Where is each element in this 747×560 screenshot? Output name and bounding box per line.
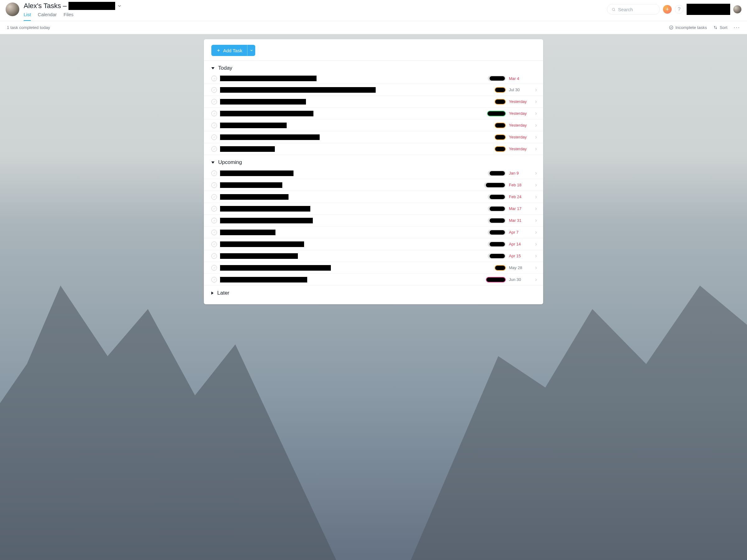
task-row[interactable]: Yesterday›	[204, 119, 543, 131]
user-avatar[interactable]	[733, 5, 741, 14]
filter-incomplete[interactable]: Incomplete tasks	[669, 25, 707, 30]
due-date: Yesterday	[509, 135, 531, 139]
task-row[interactable]: Mar 31›	[204, 215, 543, 226]
chevron-right-icon[interactable]: ›	[534, 193, 538, 200]
chevron-right-icon[interactable]: ›	[534, 86, 538, 93]
chevron-right-icon[interactable]: ›	[534, 122, 538, 129]
project-tag[interactable]	[486, 277, 506, 283]
task-row[interactable]: Yesterday›	[204, 143, 543, 155]
project-tag[interactable]	[495, 146, 506, 152]
task-row[interactable]: Mar 4	[204, 73, 543, 84]
chevron-right-icon[interactable]: ›	[534, 229, 538, 236]
add-task-button[interactable]: Add Task	[211, 45, 247, 56]
search-icon	[612, 7, 616, 12]
complete-checkbox[interactable]	[211, 76, 217, 81]
chevron-right-icon[interactable]: ›	[534, 264, 538, 271]
task-row[interactable]: Apr 7›	[204, 226, 543, 238]
project-tag[interactable]	[488, 194, 506, 200]
complete-checkbox[interactable]	[211, 182, 217, 188]
chevron-right-icon[interactable]: ›	[534, 170, 538, 177]
task-row[interactable]: Apr 15›	[204, 250, 543, 262]
add-task-dropdown[interactable]	[247, 45, 255, 56]
due-date: Feb 18	[509, 183, 531, 187]
triangle-down-icon	[211, 67, 214, 70]
complete-checkbox[interactable]	[211, 134, 217, 140]
project-tag[interactable]	[488, 230, 506, 235]
search-input[interactable]	[618, 7, 655, 12]
task-row[interactable]: Yesterday›	[204, 108, 543, 119]
project-tag[interactable]	[487, 111, 506, 116]
task-row[interactable]: Yesterday›	[204, 96, 543, 108]
chevron-right-icon[interactable]: ›	[534, 182, 538, 188]
chevron-right-icon[interactable]: ›	[534, 110, 538, 117]
help-button[interactable]: ?	[675, 5, 684, 14]
complete-checkbox[interactable]	[211, 277, 217, 283]
chevron-right-icon[interactable]: ›	[534, 145, 538, 152]
task-row[interactable]: Jun 30›	[204, 274, 543, 286]
task-name-redacted	[220, 76, 316, 81]
complete-checkbox[interactable]	[211, 218, 217, 223]
task-row[interactable]: Apr 14›	[204, 238, 543, 250]
chevron-right-icon[interactable]: ›	[534, 276, 538, 283]
project-tag[interactable]	[488, 170, 506, 176]
project-tag[interactable]	[495, 134, 506, 140]
task-row[interactable]: Mar 17›	[204, 203, 543, 215]
complete-checkbox[interactable]	[211, 265, 217, 271]
complete-checkbox[interactable]	[211, 123, 217, 128]
chevron-right-icon[interactable]: ›	[534, 98, 538, 105]
task-name-redacted	[220, 123, 287, 128]
tab-calendar[interactable]: Calendar	[38, 12, 57, 21]
project-tag[interactable]	[484, 182, 506, 188]
chevron-down-icon[interactable]	[117, 3, 122, 8]
task-row[interactable]: May 28›	[204, 262, 543, 274]
complete-checkbox[interactable]	[211, 230, 217, 235]
project-tag[interactable]	[488, 76, 506, 81]
complete-checkbox[interactable]	[211, 87, 217, 93]
chevron-right-icon[interactable]: ›	[534, 252, 538, 259]
project-tag[interactable]	[495, 265, 506, 271]
quick-add-button[interactable]: +	[663, 5, 672, 14]
check-icon	[213, 148, 216, 150]
plus-icon	[216, 48, 221, 53]
chevron-right-icon[interactable]: ›	[534, 241, 538, 247]
section-header[interactable]: Upcoming	[204, 155, 543, 167]
task-row[interactable]: Feb 24›	[204, 191, 543, 203]
project-tag[interactable]	[488, 206, 506, 212]
project-tag[interactable]	[488, 241, 506, 247]
workspace-avatar[interactable]	[6, 2, 19, 16]
due-date: Apr 15	[509, 254, 531, 258]
task-row[interactable]: Feb 18›	[204, 179, 543, 191]
due-date: Mar 17	[509, 206, 531, 211]
task-name-redacted	[220, 218, 313, 223]
chevron-right-icon[interactable]: ›	[534, 217, 538, 224]
project-title[interactable]: Alex's Tasks –	[24, 2, 602, 10]
project-tag[interactable]	[495, 87, 506, 93]
search-box[interactable]	[607, 4, 660, 15]
complete-checkbox[interactable]	[211, 206, 217, 212]
chevron-right-icon[interactable]: ›	[534, 205, 538, 212]
sort-button[interactable]: Sort	[713, 25, 727, 30]
complete-checkbox[interactable]	[211, 170, 217, 176]
complete-checkbox[interactable]	[211, 111, 217, 116]
task-row[interactable]: Yesterday›	[204, 131, 543, 143]
section-header[interactable]: Later	[204, 286, 543, 298]
project-tag[interactable]	[495, 123, 506, 128]
complete-checkbox[interactable]	[211, 253, 217, 259]
complete-checkbox[interactable]	[211, 241, 217, 247]
check-icon	[213, 195, 216, 198]
complete-checkbox[interactable]	[211, 194, 217, 200]
task-body: TodayMar 4Jul 30›Yesterday›Yesterday›Yes…	[204, 60, 543, 298]
tab-list[interactable]: List	[24, 12, 31, 21]
more-actions-button[interactable]: ···	[733, 24, 740, 31]
task-row[interactable]: Jul 30›	[204, 84, 543, 96]
task-row[interactable]: Jan 9›	[204, 167, 543, 179]
tab-files[interactable]: Files	[63, 12, 74, 21]
complete-checkbox[interactable]	[211, 146, 217, 152]
section-header[interactable]: Today	[204, 61, 543, 73]
project-tag[interactable]	[495, 99, 506, 105]
project-tag[interactable]	[488, 253, 506, 259]
complete-checkbox[interactable]	[211, 99, 217, 105]
project-tag[interactable]	[488, 218, 506, 223]
check-icon	[213, 77, 216, 80]
chevron-right-icon[interactable]: ›	[534, 134, 538, 140]
